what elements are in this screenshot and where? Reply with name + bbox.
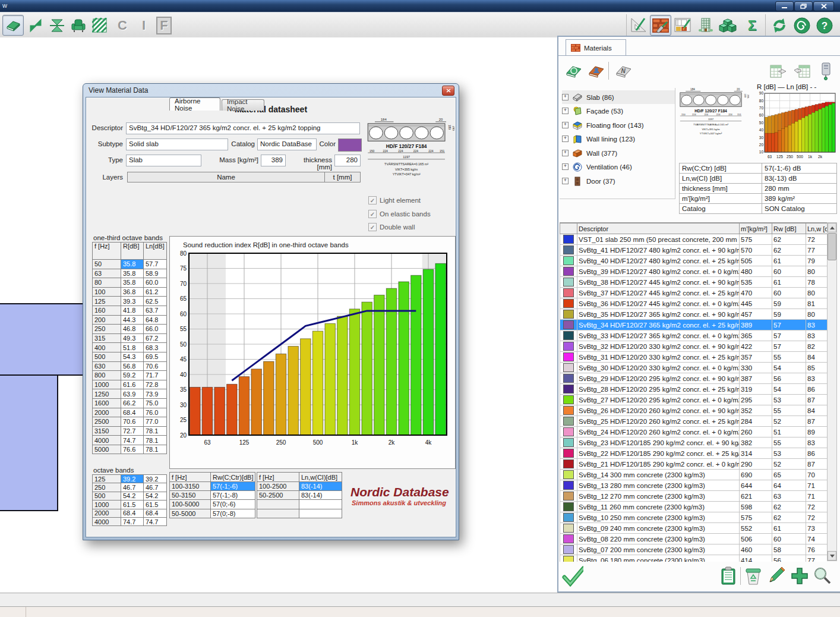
table-row[interactable]: 25046.866.0 bbox=[93, 325, 167, 334]
expand-icon[interactable]: + bbox=[562, 150, 569, 156]
materials-table-scrollbar[interactable] bbox=[827, 222, 837, 561]
search-button[interactable] bbox=[811, 565, 833, 587]
table-row[interactable]: 25046.746.7 bbox=[93, 483, 167, 492]
table-row[interactable]: 125063.973.9 bbox=[93, 389, 167, 399]
tree-item-slab[interactable]: +Slab (86) bbox=[562, 90, 675, 104]
material-row[interactable]: SvBtg_33 HD/F120/27 365 kg/m2 concr. el.… bbox=[560, 330, 828, 341]
tree-item-wall[interactable]: +Wall (377) bbox=[562, 146, 675, 160]
tree-item-door[interactable]: +Door (37) bbox=[562, 174, 675, 188]
edit-button[interactable] bbox=[765, 565, 787, 587]
maximize-button[interactable] bbox=[794, 1, 813, 11]
tree-item-facade[interactable]: +Façade (53) bbox=[562, 104, 675, 118]
database-spiral-button[interactable] bbox=[791, 15, 813, 36]
import-table-button[interactable] bbox=[791, 61, 813, 82]
catalog-book-button[interactable] bbox=[563, 61, 585, 82]
table-row[interactable]: 250070.677.0 bbox=[93, 417, 167, 427]
letter-c-button[interactable]: C bbox=[112, 15, 133, 36]
tree-item-wall-lining[interactable]: +Wall lining (123) bbox=[562, 132, 675, 146]
column-header[interactable]: Rw [dB] bbox=[772, 223, 806, 234]
material-row[interactable]: SvBtg_35 HD/F120/27 365 kg/m2 concr. el.… bbox=[560, 309, 828, 320]
on-elastic-bands-checkbox[interactable]: ✓On elastic bands bbox=[368, 210, 431, 218]
thickness-field[interactable]: 280 bbox=[334, 155, 361, 166]
mirror-tool-button[interactable] bbox=[46, 15, 68, 36]
table-row[interactable]: 16041.863.7 bbox=[93, 306, 167, 315]
tab-materials[interactable]: Materials bbox=[566, 39, 626, 56]
column-header[interactable]: Ln,w [dB] bbox=[806, 223, 828, 234]
material-row[interactable]: SvBtg_39 HD/F120/27 480 kg/m2 concr. el.… bbox=[560, 266, 828, 277]
furniture-tool-button[interactable] bbox=[68, 15, 89, 36]
table-row[interactable] bbox=[257, 500, 342, 509]
plan-render-button[interactable] bbox=[672, 15, 694, 36]
table-row[interactable]: 50-500057(0;-8) bbox=[170, 509, 255, 518]
table-row[interactable]: 63056.870.6 bbox=[93, 361, 167, 371]
material-row[interactable]: SvBtg_23 HD/F120/185 290 kg/m2 concr. el… bbox=[560, 437, 828, 448]
materials-button[interactable] bbox=[650, 15, 671, 36]
material-row[interactable]: SvBtg_10 250 mm concrete (2300 kg/m3)575… bbox=[560, 512, 828, 523]
table-row[interactable]: 80059.271.7 bbox=[93, 371, 167, 380]
material-row[interactable]: SvBtg_11 260 mm concrete (2300 kg/m3)598… bbox=[560, 502, 828, 512]
table-row[interactable]: 50-315057(-1;-8) bbox=[170, 491, 255, 500]
dialog-close-button[interactable] bbox=[442, 86, 454, 96]
table-row[interactable]: 100061.672.8 bbox=[93, 380, 167, 389]
cubes-button[interactable] bbox=[716, 15, 741, 36]
type-field[interactable]: Slab bbox=[126, 155, 201, 166]
refresh-button[interactable] bbox=[768, 15, 791, 36]
expand-icon[interactable]: + bbox=[562, 136, 569, 142]
n-catalog-book-button[interactable]: N bbox=[613, 61, 634, 82]
report-button[interactable] bbox=[718, 565, 739, 587]
material-row[interactable]: VST_01 slab 250 mm (50 precast concrete,… bbox=[560, 234, 828, 245]
material-row[interactable]: SvBtg_32 HD/F120/20 330 kg/m2 concr. el.… bbox=[560, 341, 828, 352]
table-row[interactable]: 50054.254.2 bbox=[93, 492, 167, 500]
catalog-field[interactable]: Nordic DataBase bbox=[257, 138, 317, 150]
descriptor-field[interactable]: SvBtg_34 HD/F120/27 365 kg/m2 concr. el.… bbox=[126, 122, 360, 134]
apply-button[interactable] bbox=[562, 565, 583, 587]
table-row[interactable]: 500076.678.1 bbox=[93, 445, 167, 454]
book-tool-button[interactable] bbox=[2, 15, 24, 36]
table-row[interactable]: 20044.364.8 bbox=[93, 315, 167, 325]
table-row[interactable]: 12539.362.5 bbox=[93, 297, 167, 306]
expand-icon[interactable]: + bbox=[562, 178, 569, 184]
table-row[interactable]: 100-500057(0;-6) bbox=[170, 500, 255, 509]
user-catalog-book-button[interactable] bbox=[586, 61, 607, 82]
table-row[interactable]: 200068.468.4 bbox=[93, 509, 167, 517]
material-row[interactable]: SvBtg_40 HD/F120/27 480 kg/m2 concr. el.… bbox=[560, 256, 828, 266]
hatch-tool-button[interactable] bbox=[89, 15, 110, 36]
material-row[interactable]: SvBtg_36 HD/F120/27 445 kg/m2 concr. el.… bbox=[560, 298, 828, 309]
material-row[interactable]: SvBtg_27 HD/F120/20 295 kg/m2 concr. el.… bbox=[560, 395, 828, 405]
double-wall-checkbox[interactable]: ✓Double wall bbox=[368, 223, 415, 231]
database-computer-button[interactable] bbox=[815, 61, 836, 82]
table-row[interactable]: 12539.239.2 bbox=[93, 475, 167, 483]
table-row[interactable] bbox=[257, 509, 342, 518]
material-row[interactable]: SvBtg_26 HD/F120/20 260 kg/m2 concr. el.… bbox=[560, 405, 828, 416]
material-row[interactable]: SvBtg_06 180 mm concrete (2300 kg/m3)414… bbox=[560, 555, 828, 562]
light-element-checkbox[interactable]: ✓Light element bbox=[368, 196, 421, 204]
table-row[interactable]: 50054.369.5 bbox=[93, 352, 167, 361]
scroll-thumb[interactable] bbox=[828, 233, 836, 260]
plan-room-shape[interactable] bbox=[0, 374, 58, 511]
material-row[interactable]: SvBtg_41 HD/F120/27 480 kg/m2 concr. el.… bbox=[560, 245, 828, 256]
table-row[interactable]: 160066.275.0 bbox=[93, 398, 167, 408]
export-table-button[interactable] bbox=[768, 61, 789, 82]
color-swatch[interactable] bbox=[338, 138, 362, 152]
material-row[interactable]: SvBtg_14 300 mm concrete (2300 kg/m3)690… bbox=[560, 470, 828, 480]
table-row[interactable]: 5035.857.7 bbox=[93, 260, 167, 269]
column-header[interactable]: m'[kg/m²] bbox=[740, 223, 772, 234]
table-row[interactable]: 200068.476.0 bbox=[93, 408, 167, 417]
expand-icon[interactable]: + bbox=[562, 163, 569, 170]
tab-airborne-noise[interactable]: Airborne Noise bbox=[169, 97, 220, 111]
table-row[interactable]: 100061.561.5 bbox=[93, 500, 167, 509]
close-button[interactable] bbox=[813, 1, 834, 11]
table-row[interactable]: 6335.858.9 bbox=[93, 269, 167, 278]
subtype-field[interactable]: Solid slab bbox=[126, 138, 228, 150]
tree-item-floating-floor[interactable]: +Floating floor (143) bbox=[562, 118, 675, 132]
expand-icon[interactable]: + bbox=[562, 94, 569, 100]
material-row[interactable]: SvBtg_25 HD/F120/20 260 kg/m2 concr. el.… bbox=[560, 416, 828, 427]
delete-button[interactable] bbox=[743, 565, 764, 587]
table-row[interactable]: 100-315057(-1;-6) bbox=[170, 482, 255, 491]
scroll-down-button[interactable] bbox=[828, 551, 836, 561]
material-row[interactable]: SvBtg_07 200 mm concrete (2300 kg/m3)460… bbox=[560, 544, 828, 555]
add-button[interactable] bbox=[789, 565, 810, 587]
material-row[interactable]: SvBtg_24 HD/F120/20 260 kg/m2 concr. el.… bbox=[560, 427, 828, 437]
table-row[interactable]: 50-250083(-14) bbox=[257, 491, 342, 500]
building-button[interactable] bbox=[695, 15, 716, 36]
